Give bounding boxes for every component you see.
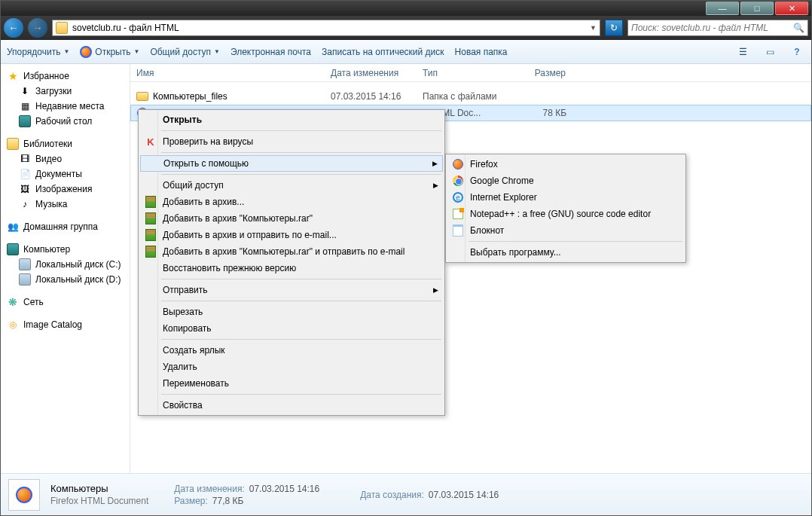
ctx-properties[interactable]: Свойства — [140, 397, 443, 414]
title-bar: — □ ✕ — [1, 1, 811, 16]
libraries-group[interactable]: Библиотеки — [5, 136, 130, 151]
music-icon: ♪ — [19, 198, 31, 210]
drive-c-link[interactable]: Локальный диск (C:) — [5, 257, 130, 272]
refresh-button[interactable]: ↻ — [605, 20, 623, 36]
pictures-icon: 🖼 — [19, 183, 31, 195]
share-button[interactable]: Общий доступ▼ — [150, 47, 220, 57]
ctx-add-archive-named-email[interactable]: Добавить в архив "Компьютеры.rar" и отпр… — [140, 243, 443, 260]
context-menu: Открыть KПроверить на вирусы Открыть с п… — [138, 109, 445, 416]
email-button[interactable]: Электронная почта — [230, 47, 311, 57]
firefox-icon — [16, 487, 32, 503]
preview-pane-button[interactable]: ▭ — [762, 44, 778, 60]
openwith-notepad[interactable]: Блокнот — [447, 222, 684, 239]
drive-icon — [19, 273, 31, 285]
back-button[interactable]: ← — [4, 18, 23, 38]
firefox-icon — [452, 158, 464, 170]
open-button[interactable]: Открыть▼ — [80, 46, 139, 58]
libraries-icon — [7, 138, 19, 150]
favorites-group[interactable]: ★Избранное — [5, 69, 130, 84]
ctx-delete[interactable]: Удалить — [140, 359, 443, 375]
winrar-icon — [145, 196, 157, 208]
search-bar[interactable]: 🔍 — [627, 20, 808, 36]
music-link[interactable]: ♪Музыка — [5, 197, 130, 212]
organize-button[interactable]: Упорядочить▼ — [7, 47, 69, 57]
details-filename: Компьютеры — [50, 483, 148, 494]
drive-d-link[interactable]: Локальный диск (D:) — [5, 272, 130, 287]
search-icon: 🔍 — [793, 23, 804, 33]
documents-icon: 📄 — [19, 168, 31, 180]
imagecatalog-link[interactable]: ◎Image Catalog — [5, 317, 130, 332]
homegroup-icon: 👥 — [7, 221, 19, 233]
recent-link[interactable]: ▦Недавние места — [5, 99, 130, 114]
drive-icon — [19, 258, 31, 270]
maximize-button[interactable]: □ — [740, 2, 774, 15]
openwith-firefox[interactable]: Firefox — [447, 156, 684, 173]
col-type[interactable]: Тип — [423, 68, 513, 78]
file-list: Имя Дата изменения Тип Размер Компьютеры… — [130, 64, 811, 473]
openwith-submenu: Firefox Google Chrome eInternet Explorer… — [445, 154, 686, 263]
recent-icon: ▦ — [19, 100, 31, 112]
file-row[interactable]: Компьютеры_files 07.03.2015 14:16 Папка … — [130, 88, 811, 105]
dropdown-icon[interactable]: ▼ — [590, 24, 597, 32]
video-icon: 🎞 — [19, 153, 31, 165]
burn-button[interactable]: Записать на оптический диск — [322, 47, 444, 57]
network-link[interactable]: ❋Сеть — [5, 295, 130, 310]
desktop-icon — [19, 115, 31, 127]
star-icon: ★ — [7, 70, 19, 82]
notepadpp-icon — [452, 208, 464, 220]
ctx-add-archive-email[interactable]: Добавить в архив и отправить по e-mail..… — [140, 227, 443, 243]
ctx-virus-scan[interactable]: KПроверить на вирусы — [140, 133, 443, 150]
openwith-ie[interactable]: eInternet Explorer — [447, 189, 684, 206]
close-button[interactable]: ✕ — [775, 2, 808, 15]
ctx-add-archive[interactable]: Добавить в архив... — [140, 194, 443, 210]
details-pane: Компьютеры Firefox HTML Document Дата из… — [1, 473, 811, 515]
firefox-icon — [80, 46, 92, 58]
computer-group[interactable]: Компьютер — [5, 242, 130, 257]
ctx-rename[interactable]: Переименовать — [140, 375, 443, 392]
col-name[interactable]: Имя — [136, 68, 331, 78]
ctx-copy[interactable]: Копировать — [140, 320, 443, 337]
winrar-icon — [145, 229, 157, 241]
pictures-link[interactable]: 🖼Изображения — [5, 182, 130, 197]
computer-icon — [7, 243, 19, 255]
col-date[interactable]: Дата изменения — [331, 68, 423, 78]
submenu-arrow-icon: ▶ — [433, 182, 438, 189]
openwith-npp[interactable]: Notepad++ : a free (GNU) source code edi… — [447, 206, 684, 222]
newfolder-button[interactable]: Новая папка — [455, 47, 508, 57]
views-button[interactable]: ☰ — [734, 44, 751, 60]
folder-icon — [56, 22, 68, 34]
ctx-share[interactable]: Общий доступ▶ — [140, 177, 443, 194]
downloads-link[interactable]: ⬇Загрузки — [5, 84, 130, 99]
openwith-chrome[interactable]: Google Chrome — [447, 173, 684, 189]
chrome-icon — [452, 175, 464, 187]
downloads-icon: ⬇ — [19, 85, 31, 97]
search-input[interactable] — [631, 21, 793, 35]
desktop-link[interactable]: Рабочий стол — [5, 114, 130, 129]
ctx-open[interactable]: Открыть — [140, 111, 443, 128]
details-datecre-label: Дата создания: — [360, 490, 424, 500]
submenu-arrow-icon: ▶ — [432, 160, 438, 167]
ctx-shortcut[interactable]: Создать ярлык — [140, 342, 443, 359]
winrar-icon — [145, 212, 157, 224]
openwith-choose[interactable]: Выбрать программу... — [447, 244, 684, 261]
homegroup-link[interactable]: 👥Домашняя группа — [5, 219, 130, 234]
ctx-sendto[interactable]: Отправить▶ — [140, 282, 443, 298]
col-size[interactable]: Размер — [513, 68, 573, 78]
ctx-restore[interactable]: Восстановить прежнюю версию — [140, 260, 443, 276]
ctx-add-archive-named[interactable]: Добавить в архив "Компьютеры.rar" — [140, 210, 443, 227]
minimize-button[interactable]: — — [706, 2, 739, 15]
submenu-arrow-icon: ▶ — [433, 286, 438, 294]
forward-button[interactable]: → — [28, 18, 47, 38]
winrar-icon — [145, 246, 157, 258]
video-link[interactable]: 🎞Видео — [5, 151, 130, 166]
column-headers[interactable]: Имя Дата изменения Тип Размер — [130, 64, 811, 82]
nav-bar: ← → ▼ ↻ 🔍 — [1, 16, 811, 40]
ctx-open-with[interactable]: Открыть с помощью▶ — [140, 155, 443, 172]
help-button[interactable]: ? — [789, 44, 805, 60]
ie-icon: e — [452, 191, 464, 203]
address-input[interactable] — [72, 21, 585, 35]
ctx-cut[interactable]: Вырезать — [140, 304, 443, 320]
documents-link[interactable]: 📄Документы — [5, 166, 130, 182]
address-bar[interactable]: ▼ — [52, 20, 600, 36]
notepad-icon — [452, 224, 464, 237]
